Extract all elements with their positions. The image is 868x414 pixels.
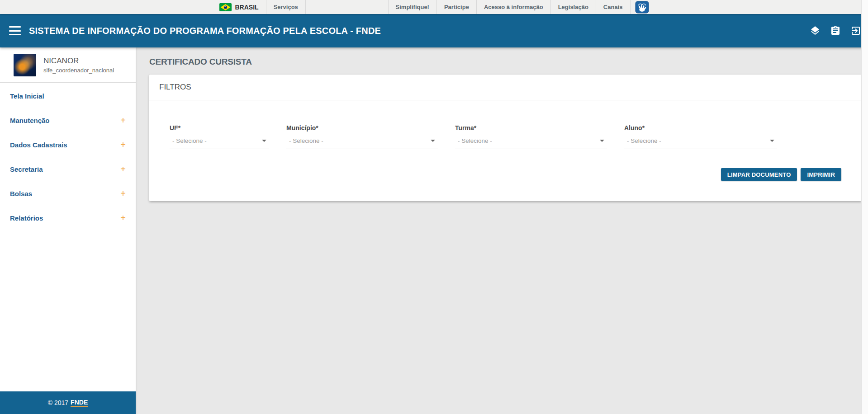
turma-select[interactable]: - Selecione - xyxy=(455,136,607,149)
chevron-down-icon xyxy=(600,140,604,142)
app-title: SISTEMA DE INFORMAÇÃO DO PROGRAMA FORMAÇ… xyxy=(29,26,381,36)
aluno-label: Aluno* xyxy=(624,124,777,132)
sidebar-item-tela-inicial[interactable]: Tela Inicial xyxy=(0,84,136,108)
govbar-link-participe[interactable]: Participe xyxy=(436,0,476,14)
imprimir-button[interactable]: IMPRIMIR xyxy=(801,168,841,181)
user-role: sife_coordenador_nacional xyxy=(43,67,114,74)
logout-icon[interactable] xyxy=(850,25,861,36)
govbar-servicos-link[interactable]: Serviços xyxy=(266,0,306,14)
filters-title: FILTROS xyxy=(159,83,191,91)
sidebar-footer: © 2017 FNDE xyxy=(0,391,136,414)
expand-plus-icon: + xyxy=(120,213,126,222)
sidebar-item-relatorios[interactable]: Relatórios + xyxy=(0,206,136,230)
govbar-brand-label: BRASIL xyxy=(235,4,259,11)
limpar-documento-button[interactable]: LIMPAR DOCUMENTO xyxy=(721,168,797,181)
sidebar-menu: Tela Inicial Manutenção + Dados Cadastra… xyxy=(0,83,136,230)
govbar-link-acesso-informacao[interactable]: Acesso à informação xyxy=(476,0,550,14)
gov-bar: BRASIL Serviços Simplifique! Participe A… xyxy=(0,0,868,14)
turma-label: Turma* xyxy=(455,124,607,132)
field-turma: Turma* - Selecione - xyxy=(455,124,607,149)
sidebar-item-manutencao[interactable]: Manutenção + xyxy=(0,108,136,132)
chevron-down-icon xyxy=(770,140,774,142)
uf-label: UF* xyxy=(170,124,269,132)
filters-card: FILTROS UF* - Selecione - Município* - xyxy=(149,75,862,201)
sidebar: NICANOR sife_coordenador_nacional Tela I… xyxy=(0,47,136,414)
field-aluno: Aluno* - Selecione - xyxy=(624,124,777,149)
govbar-link-canais[interactable]: Canais xyxy=(596,0,631,14)
municipio-select[interactable]: - Selecione - xyxy=(286,136,438,149)
vlibras-accessibility-icon[interactable] xyxy=(631,0,649,14)
govbar-brand-link[interactable]: BRASIL xyxy=(219,0,266,14)
brazil-flag-icon xyxy=(219,3,232,11)
avatar xyxy=(14,54,36,76)
fnde-link[interactable]: FNDE xyxy=(71,399,88,407)
expand-plus-icon: + xyxy=(120,165,126,174)
field-municipio: Município* - Selecione - xyxy=(286,124,438,149)
expand-plus-icon: + xyxy=(120,140,126,149)
expand-plus-icon: + xyxy=(120,116,126,125)
app-header: SISTEMA DE INFORMAÇÃO DO PROGRAMA FORMAÇ… xyxy=(0,14,868,47)
chevron-down-icon xyxy=(431,140,435,142)
user-panel: NICANOR sife_coordenador_nacional xyxy=(0,47,136,83)
menu-toggle-button[interactable] xyxy=(9,26,21,35)
municipio-label: Município* xyxy=(286,124,438,132)
filters-card-header: FILTROS xyxy=(149,75,862,100)
sidebar-item-secretaria[interactable]: Secretaria + xyxy=(0,157,136,181)
user-name: NICANOR xyxy=(43,56,114,66)
govbar-link-legislacao[interactable]: Legislação xyxy=(550,0,596,14)
page-scrollbar[interactable] xyxy=(861,0,868,414)
main-content: CERTIFICADO CURSISTA FILTROS UF* - Selec… xyxy=(136,47,868,414)
chevron-down-icon xyxy=(262,140,266,142)
aluno-select[interactable]: - Selecione - xyxy=(624,136,777,149)
sidebar-item-dados-cadastrais[interactable]: Dados Cadastrais + xyxy=(0,132,136,157)
field-uf: UF* - Selecione - xyxy=(170,124,269,149)
govbar-link-simplifique[interactable]: Simplifique! xyxy=(388,0,436,14)
expand-plus-icon: + xyxy=(120,189,126,198)
page-title: CERTIFICADO CURSISTA xyxy=(149,57,862,67)
copyright-text: © 2017 xyxy=(48,399,68,406)
uf-select[interactable]: - Selecione - xyxy=(170,136,269,149)
layers-icon[interactable] xyxy=(810,25,821,36)
sidebar-item-bolsas[interactable]: Bolsas + xyxy=(0,181,136,206)
clipboard-icon[interactable] xyxy=(830,25,841,36)
